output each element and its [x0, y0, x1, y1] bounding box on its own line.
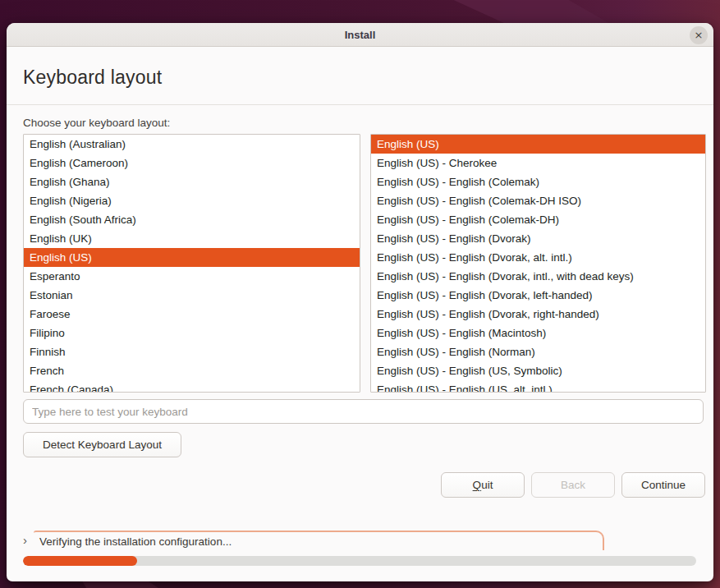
progress-bar — [23, 556, 696, 566]
list-item[interactable]: Finnish — [24, 342, 360, 361]
keyboard-variant-list[interactable]: English (US)English (US) - CherokeeEngli… — [370, 134, 706, 393]
quit-label-rest: uit — [481, 479, 493, 491]
list-item[interactable]: Estonian — [24, 286, 360, 305]
expander-chevron-icon[interactable]: › — [23, 532, 33, 549]
list-item[interactable]: English (US) - Cherokee — [371, 154, 705, 172]
action-button-row: Quit Back Continue — [23, 472, 706, 498]
list-item[interactable]: English (South Africa) — [24, 210, 360, 229]
status-frame: Verifying the installation configuration… — [34, 531, 604, 550]
choose-layout-label: Choose your keyboard layout: — [23, 117, 706, 129]
window-title: Install — [345, 29, 376, 41]
lists-container: English (Australian)English (Cameroon)En… — [23, 134, 706, 393]
list-item[interactable]: English (US) - English (Colemak) — [371, 172, 705, 191]
heading-block: Keyboard layout — [7, 47, 713, 104]
content-area: Choose your keyboard layout: English (Au… — [7, 105, 713, 566]
progress-bar-fill — [23, 556, 137, 566]
list-item[interactable]: English (US) - English (Dvorak, intl., w… — [371, 267, 705, 286]
back-button[interactable]: Back — [531, 472, 615, 498]
list-item[interactable]: English (Ghana) — [24, 172, 360, 191]
list-item[interactable]: English (US) - English (US, Symbolic) — [371, 361, 705, 380]
list-item[interactable]: English (US) - English (Macintosh) — [371, 324, 705, 342]
detect-keyboard-layout-button[interactable]: Detect Keyboard Layout — [23, 432, 181, 457]
list-item[interactable]: English (US) - English (Colemak-DH) — [371, 210, 705, 229]
list-item[interactable]: English (US) - English (Dvorak, right-ha… — [371, 305, 705, 324]
list-item[interactable]: Faroese — [24, 305, 360, 324]
list-item[interactable]: English (Cameroon) — [24, 154, 360, 172]
list-item[interactable]: English (US) - English (Dvorak, left-han… — [371, 286, 705, 305]
list-item[interactable]: English (US) — [371, 135, 705, 154]
list-item[interactable]: English (US) - English (Norman) — [371, 342, 705, 361]
close-icon[interactable]: × — [690, 26, 708, 44]
list-item[interactable]: English (US) - English (Dvorak) — [371, 229, 705, 248]
list-item[interactable]: English (UK) — [24, 229, 360, 248]
status-row: › Verifying the installation configurati… — [23, 531, 706, 550]
installer-window: Install × Keyboard layout Choose your ke… — [7, 23, 713, 581]
status-text: Verifying the installation configuration… — [39, 535, 232, 548]
titlebar[interactable]: Install × — [7, 23, 713, 47]
list-item[interactable]: English (Nigeria) — [24, 191, 360, 210]
list-item[interactable]: English (US) - English (Dvorak, alt. int… — [371, 248, 705, 267]
page-title: Keyboard layout — [23, 67, 697, 89]
list-item[interactable]: English (Australian) — [24, 135, 360, 154]
list-item[interactable]: French (Canada) — [24, 380, 360, 393]
keyboard-layout-list[interactable]: English (Australian)English (Cameroon)En… — [23, 134, 360, 393]
list-item[interactable]: Filipino — [24, 324, 360, 342]
list-item[interactable]: English (US) - English (Colemak-DH ISO) — [371, 191, 705, 210]
list-item[interactable]: English (US) - English (US, alt. intl.) — [371, 380, 705, 393]
keyboard-test-input[interactable] — [23, 399, 704, 424]
list-item[interactable]: French — [24, 361, 360, 380]
list-item[interactable]: Esperanto — [24, 267, 360, 286]
list-item[interactable]: English (US) — [24, 248, 360, 267]
quit-mnemonic: Q — [473, 479, 482, 491]
quit-button[interactable]: Quit — [441, 472, 525, 498]
continue-button[interactable]: Continue — [621, 472, 705, 498]
